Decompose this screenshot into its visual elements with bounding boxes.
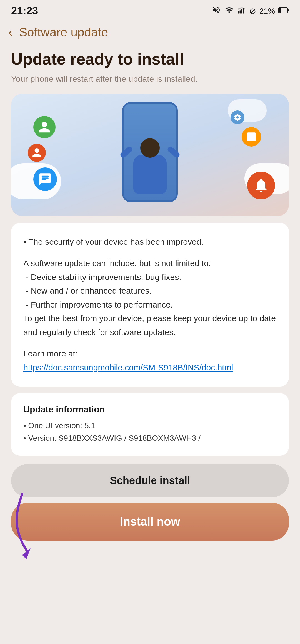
flower-icon-float (247, 172, 275, 199)
contacts-icon-float (33, 116, 56, 138)
svg-rect-7 (247, 132, 256, 141)
update-details-text: A software update can include, but is no… (23, 256, 277, 339)
learn-more-link[interactable]: https://doc.samsungmobile.com/SM-S918B/I… (23, 363, 233, 372)
char-body (133, 155, 167, 194)
char-arm-left (119, 145, 133, 158)
status-time: 21:23 (11, 5, 38, 17)
update-info-line1: • One UI version: 5.1 (23, 420, 277, 432)
character-illustration (122, 122, 178, 205)
main-content: Update ready to install Your phone will … (0, 44, 300, 563)
gear-icon-float (231, 110, 244, 124)
svg-rect-6 (279, 8, 281, 13)
learn-more-text: Learn more at: https://doc.samsungmobile… (23, 347, 277, 374)
char-arm-right (166, 145, 181, 158)
update-info-title: Update information (23, 404, 277, 415)
illustration-inner (11, 94, 289, 216)
square-icon-float (242, 127, 261, 147)
arrow-annotation (6, 488, 67, 566)
page-subtitle: Your phone will restart after the update… (11, 73, 289, 85)
back-button[interactable]: ‹ (8, 25, 12, 39)
svg-rect-0 (238, 11, 239, 14)
no-signal-icon: ⊘ (249, 6, 256, 16)
chat-icon-float (33, 167, 57, 191)
svg-rect-1 (239, 10, 241, 13)
signal-icon (238, 6, 246, 16)
battery-icon (278, 6, 289, 16)
svg-rect-2 (241, 9, 242, 14)
toolbar: ‹ Software update (0, 20, 300, 44)
illustration-card (11, 94, 289, 216)
info-text-content: • The security of your device has been i… (23, 235, 277, 375)
char-head (140, 138, 160, 158)
info-card: • The security of your device has been i… (11, 223, 289, 387)
update-info-card: Update information • One UI version: 5.1… (11, 393, 289, 456)
status-bar: 21:23 ⊘ 21% (0, 0, 300, 20)
toolbar-title: Software update (19, 25, 108, 39)
update-info-line2: • Version: S918BXXS3AWIG / S918BOXM3AWH3… (23, 432, 277, 445)
page-title: Update ready to install (11, 49, 289, 69)
svg-rect-3 (243, 8, 244, 14)
mute-icon (212, 6, 221, 16)
svg-rect-5 (288, 9, 289, 11)
security-info-text: • The security of your device has been i… (23, 235, 277, 249)
status-icons: ⊘ 21% (212, 6, 289, 16)
person-icon-float (28, 144, 46, 162)
battery-text: 21% (259, 7, 275, 16)
wifi-icon (224, 6, 234, 16)
